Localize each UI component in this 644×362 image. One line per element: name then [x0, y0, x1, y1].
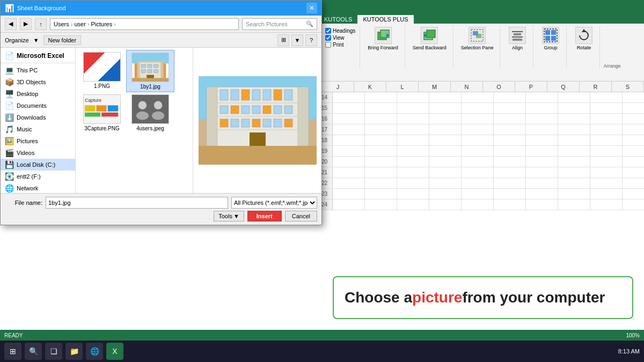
sidebar-item-thispc[interactable]: 💻 This PC — [1, 64, 75, 76]
col-s: S — [612, 82, 644, 92]
network-icon: 🌐 — [5, 184, 14, 193]
sidebar-item-excel[interactable]: 📄 Microsoft Excel — [1, 50, 75, 62]
selection-pane-btn[interactable]: Selection Pane — [459, 26, 496, 51]
organize-btn[interactable]: Organize — [5, 37, 29, 43]
col-k: K — [354, 82, 386, 92]
view-btns: ⊞ ▼ ? — [277, 34, 317, 46]
svg-rect-22 — [141, 64, 145, 68]
search-btn[interactable]: 🔍 — [25, 343, 42, 360]
sidebar-label-entt2: entt2 (F:) — [17, 173, 41, 180]
nav-forward-btn[interactable]: ▶ — [20, 18, 32, 30]
col-r: R — [580, 82, 612, 92]
col-q: Q — [547, 82, 580, 92]
file-item-1by1[interactable]: 1by1.jpg — [126, 50, 174, 92]
nav-back-btn[interactable]: ◀ — [5, 18, 17, 30]
rotate-btn[interactable]: Rotate — [573, 26, 595, 51]
start-btn[interactable]: ⊞ — [4, 343, 21, 360]
file-thumb-1png — [83, 52, 121, 82]
breadcrumb-pictures[interactable]: Pictures — [91, 21, 112, 27]
dialog-close-btn[interactable]: ✕ — [306, 3, 317, 13]
sidebar-item-music[interactable]: 🎵 Music — [1, 123, 75, 135]
headings-checkbox-row[interactable]: Headings — [325, 28, 355, 34]
filename-input[interactable] — [46, 197, 228, 209]
excel-taskbar-btn[interactable]: X — [106, 343, 123, 360]
edge-btn[interactable]: 🌐 — [86, 343, 103, 360]
excel-background: 📊 Microsoft Excel ? ─ □ ✕ KUTOOLS KUTOOL… — [0, 0, 644, 362]
svg-rect-12 — [513, 39, 522, 41]
nav-up-btn[interactable]: ↑ — [35, 18, 47, 30]
tab-kutools-plus[interactable]: KUTOOLS PLUS — [357, 15, 413, 24]
svg-rect-65 — [231, 119, 239, 127]
sidebar-item-pictures[interactable]: 🖼️ Pictures — [1, 135, 75, 147]
search-box[interactable]: Search Pictures 🔍 — [242, 18, 317, 30]
taskview-btn[interactable]: ❏ — [45, 343, 62, 360]
status-zoom: 100% — [626, 333, 640, 338]
tab-kutools[interactable]: KUTOOLS — [319, 15, 357, 24]
svg-rect-73 — [298, 87, 309, 146]
sidebar-item-network[interactable]: 🌐 Network — [1, 182, 75, 193]
file-item-1png[interactable]: 1.PNG — [78, 50, 126, 92]
group-btn[interactable]: Group — [540, 26, 561, 51]
svg-rect-37 — [101, 113, 118, 117]
excel-sidebar-icon: 📄 — [5, 51, 14, 60]
svg-rect-14 — [551, 30, 556, 35]
sidebar-item-localdisk[interactable]: 💾 Local Disk (C:) — [1, 159, 75, 171]
file-item-4users[interactable]: 4users.jpeg — [126, 92, 174, 134]
explorer-btn[interactable]: 📁 — [65, 343, 83, 360]
banner-text-after: from your computer — [462, 289, 605, 306]
view-btn-3[interactable]: ? — [305, 34, 317, 46]
view-checkbox-row[interactable]: View — [325, 35, 355, 41]
bring-forward-btn[interactable]: Bring Forward — [365, 26, 400, 51]
view-btn-1[interactable]: ⊞ — [277, 34, 289, 46]
sidebar-item-desktop[interactable]: 🖥️ Desktop — [1, 88, 75, 100]
videos-icon: 🎬 — [5, 149, 14, 157]
action-row: Tools ▼ Insert Cancel — [5, 211, 317, 221]
sidebar-label-music: Music — [17, 126, 32, 132]
tools-label: Tools — [218, 213, 232, 219]
new-folder-btn[interactable]: New folder — [43, 35, 82, 45]
sidebar-item-entt2[interactable]: 💽 entt2 (F:) — [1, 171, 75, 182]
align-btn[interactable]: Align — [507, 26, 528, 51]
ribbon-group-send: Send Backward — [406, 26, 453, 69]
table-row: 22 — [317, 178, 644, 189]
svg-rect-33 — [85, 105, 95, 112]
ribbon: KUTOOLS KUTOOLS PLUS Headings View — [317, 12, 644, 82]
sidebar-label-desktop: Desktop — [17, 91, 38, 97]
ribbon-group-headings: Headings View Print — [321, 26, 360, 69]
files-row-1: 1.PNG — [78, 50, 191, 92]
send-backward-icon — [421, 27, 438, 44]
align-label: Align — [512, 45, 523, 50]
breadcrumb-sep-2: › — [87, 21, 90, 27]
insert-btn[interactable]: Insert — [247, 211, 282, 221]
file-item-3capture[interactable]: Capture 3Capture.PNG — [78, 92, 126, 134]
svg-point-42 — [136, 112, 149, 120]
svg-rect-52 — [241, 90, 250, 100]
sidebar-item-downloads[interactable]: ⬇️ Downloads — [1, 112, 75, 123]
svg-point-41 — [154, 101, 163, 109]
taskbar: ⊞ 🔍 ❏ 📁 🌐 X 8:13 AM — [0, 341, 644, 362]
svg-rect-8 — [476, 34, 481, 38]
sidebar-item-documents[interactable]: 📄 Documents — [1, 100, 75, 112]
svg-rect-68 — [263, 119, 271, 127]
breadcrumb-users[interactable]: Users — [54, 21, 69, 27]
file-name-4users: 4users.jpeg — [136, 125, 164, 131]
send-backward-btn[interactable]: Send Backward — [411, 26, 449, 51]
svg-rect-30 — [135, 63, 137, 78]
sidebar-label-network: Network — [17, 185, 38, 191]
svg-rect-74 — [199, 146, 317, 165]
svg-rect-69 — [274, 119, 282, 127]
music-icon: 🎵 — [5, 125, 14, 134]
cancel-btn[interactable]: Cancel — [285, 211, 317, 221]
table-row: 19 — [317, 146, 644, 157]
filetype-select[interactable]: All Pictures (*.emf;*.wmf;*.jpg;* — [231, 197, 317, 209]
sidebar-item-videos[interactable]: 🎬 Videos — [1, 147, 75, 159]
organize-dropdown-icon[interactable]: ▼ — [33, 37, 39, 43]
breadcrumb-user[interactable]: user — [74, 21, 85, 27]
sidebar-label-downloads: Downloads — [17, 114, 46, 121]
sidebar-item-3dobjects[interactable]: 📦 3D Objects — [1, 76, 75, 88]
view-btn-2[interactable]: ▼ — [291, 34, 303, 46]
bring-forward-label: Bring Forward — [368, 45, 398, 50]
tools-btn[interactable]: Tools ▼ — [214, 211, 244, 221]
svg-rect-31 — [163, 63, 166, 78]
print-checkbox-row[interactable]: Print — [325, 42, 355, 48]
